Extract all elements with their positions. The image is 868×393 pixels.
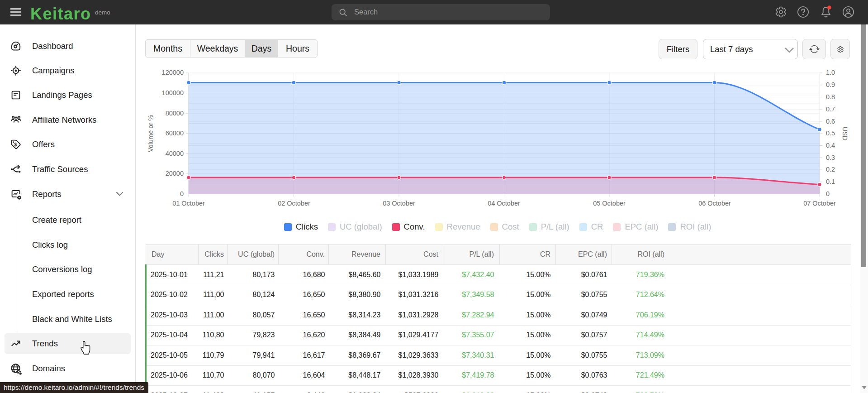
- svg-text:$: $: [14, 142, 17, 147]
